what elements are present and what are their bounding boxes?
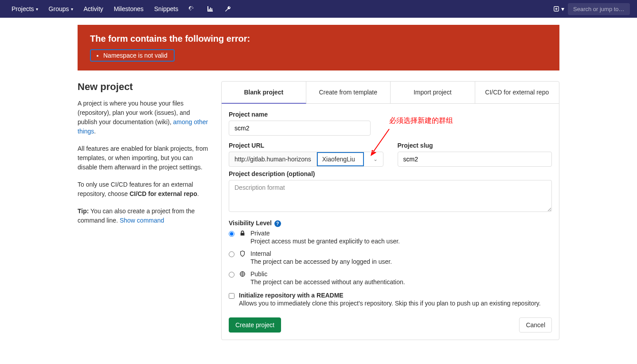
search-input[interactable] <box>568 3 630 15</box>
gauge-icon[interactable] <box>184 3 200 15</box>
nav-snippets[interactable]: Snippets <box>150 3 183 15</box>
nav-groups[interactable]: Groups▾ <box>44 3 78 15</box>
readme-label: Initialize repository with a README <box>239 292 541 299</box>
readme-checkbox[interactable] <box>229 293 234 299</box>
tabs: Blank project Create from template Impor… <box>222 82 559 104</box>
nav-projects-label: Projects <box>12 5 34 12</box>
nav-activity-label: Activity <box>84 5 103 12</box>
show-command-link[interactable]: Show command <box>120 217 164 224</box>
nav-left: Projects▾ Groups▾ Activity Milestones Sn… <box>7 3 236 15</box>
wrench-icon[interactable] <box>220 3 236 15</box>
project-slug-input[interactable] <box>398 152 552 167</box>
create-project-button[interactable]: Create project <box>229 317 281 333</box>
nav-activity[interactable]: Activity <box>79 3 108 15</box>
nav-right: ▾ <box>553 3 630 15</box>
error-alert: The form contains the following error: N… <box>78 25 559 70</box>
project-url-prefix: http://gitlab.human-horizons <box>229 152 317 167</box>
tab-create-from-template[interactable]: Create from template <box>306 82 391 103</box>
sidebar-para-1: A project is where you house your files … <box>78 99 211 136</box>
chevron-down-icon: ⌄ <box>373 156 378 162</box>
visibility-private-title: Private <box>250 230 400 237</box>
visibility-public-title: Public <box>250 270 405 278</box>
visibility-private-desc: Project access must be granted explicitl… <box>250 238 400 245</box>
nav-snippets-label: Snippets <box>154 5 178 12</box>
sidebar: New project A project is where you house… <box>78 81 211 340</box>
page-title: New project <box>78 81 211 93</box>
namespace-select[interactable]: XiaofengLiu ⌄ <box>317 152 383 167</box>
cancel-button[interactable]: Cancel <box>519 317 552 333</box>
sidebar-para-3: To only use CI/CD features for an extern… <box>78 180 211 199</box>
visibility-public-radio[interactable] <box>229 272 234 278</box>
nav-projects[interactable]: Projects▾ <box>7 3 43 15</box>
chevron-down-icon: ▾ <box>561 5 564 12</box>
sidebar-para-2: All features are enabled for blank proje… <box>78 144 211 172</box>
create-new-dropdown[interactable]: ▾ <box>553 5 564 12</box>
lock-icon <box>239 230 246 236</box>
tab-import-project[interactable]: Import project <box>391 82 475 103</box>
shield-icon <box>239 250 246 257</box>
plus-icon <box>553 6 559 12</box>
readme-desc: Allows you to immediately clone this pro… <box>239 300 541 307</box>
tab-blank-project[interactable]: Blank project <box>222 82 306 104</box>
visibility-public-desc: The project can be accessed without any … <box>250 278 405 286</box>
navbar: Projects▾ Groups▾ Activity Milestones Sn… <box>0 0 637 18</box>
form-body: 必须选择新建的群组 Project name Project URL http:… <box>222 104 559 340</box>
alert-error-item: Namespace is not valid <box>103 52 168 59</box>
visibility-internal-desc: The project can be accessed by any logge… <box>250 258 392 265</box>
chart-icon[interactable] <box>202 3 218 15</box>
nav-groups-label: Groups <box>49 5 69 12</box>
main-panel: Blank project Create from template Impor… <box>221 81 559 340</box>
alert-errors-box: Namespace is not valid <box>90 49 175 62</box>
visibility-private-radio[interactable] <box>229 231 234 237</box>
description-label: Project description (optional) <box>229 170 552 177</box>
globe-icon <box>239 271 246 277</box>
help-icon[interactable]: ? <box>274 220 281 227</box>
visibility-internal-title: Internal <box>250 250 392 257</box>
namespace-value: XiaofengLiu <box>322 156 355 163</box>
visibility-label: Visibility Level ? <box>229 219 552 227</box>
sidebar-tip: Tip: You can also create a project from … <box>78 207 211 225</box>
project-name-label: Project name <box>229 111 552 118</box>
chevron-down-icon: ▾ <box>71 7 73 12</box>
visibility-internal-radio[interactable] <box>229 251 234 257</box>
chevron-down-icon: ▾ <box>36 7 38 12</box>
nav-milestones[interactable]: Milestones <box>109 3 148 15</box>
tab-cicd-external[interactable]: CI/CD for external repo <box>475 82 559 103</box>
description-input[interactable] <box>229 180 552 212</box>
nav-milestones-label: Milestones <box>114 5 144 12</box>
project-url-label: Project URL <box>229 142 383 149</box>
project-slug-label: Project slug <box>398 142 552 149</box>
project-name-input[interactable] <box>229 121 371 136</box>
alert-title: The form contains the following error: <box>90 34 547 44</box>
